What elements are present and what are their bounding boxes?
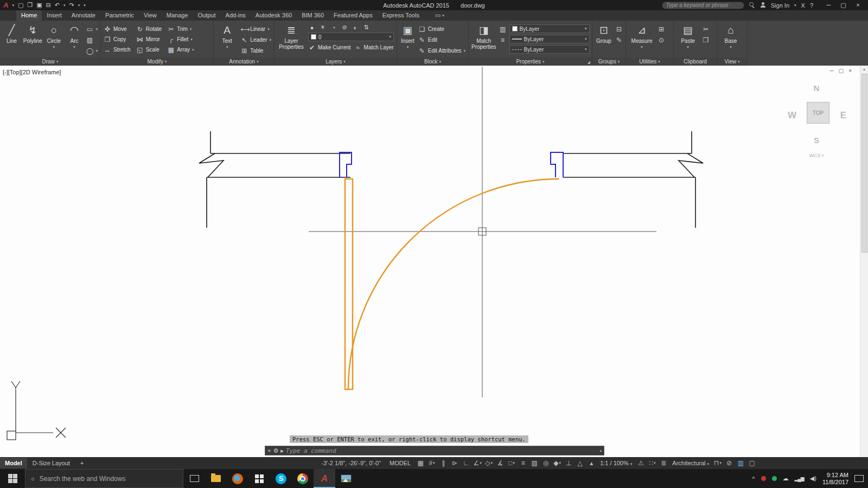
search-icon[interactable] [749,2,755,8]
app-menu-arrow-icon[interactable]: ▾ [12,3,14,8]
lock-ui-toggle[interactable]: ⊓▾ [712,458,723,468]
lineweight-combo[interactable]: ByLayer ▾ [509,35,590,43]
leader-button[interactable]: ↖Leader▾ [240,35,271,44]
id-point-button[interactable]: ⊙ [658,35,665,44]
properties-dialog-launcher-icon[interactable]: ◢ [588,60,590,65]
drawing-canvas[interactable]: [-][Top][2D Wireframe] ─ ▢ × N W E S TOP… [0,66,868,457]
tab-parametric[interactable]: Parametric [100,10,139,21]
linetype-combo[interactable]: ByLayer ▾ [509,45,590,54]
fillet-button[interactable]: ╭Fillet▾ [167,35,194,44]
ellipse-button[interactable]: ◯▾ [86,46,98,55]
stretch-button[interactable]: ↔Stretch [104,45,131,54]
group-button[interactable]: ⊡ Group [595,22,612,44]
panel-label-properties[interactable]: Properties▾◢ [469,57,592,66]
match-layer-button[interactable]: ≈Match Layer [354,43,394,52]
scale-button[interactable]: ◱Scale [136,45,162,54]
arc-flyout-icon[interactable]: ▾ [73,44,75,50]
autocad-taskbar-button[interactable]: A [314,469,335,488]
array-button[interactable]: ▦Array▾ [167,45,194,54]
create-block-button[interactable]: ❏Create [418,24,465,34]
photos-button[interactable] [335,469,357,488]
trim-button[interactable]: ✂Trim▾ [167,24,194,34]
model-space-toggle[interactable]: MODEL [386,458,414,468]
insert-block-button[interactable]: ▣ Insert ▾ [400,22,416,50]
ungroup-button[interactable]: ⊟ [615,24,623,34]
undo-icon[interactable]: ↶ [55,2,60,9]
make-current-button[interactable]: ✔Make Current [308,43,351,52]
edit-attributes-button[interactable]: ✎Edit Attributes▾ [418,46,465,55]
scrollbar-thumb[interactable] [861,74,867,253]
firefox-button[interactable] [227,469,248,488]
door-panel[interactable] [345,179,353,389]
recent-commands-icon[interactable]: ▸ [280,447,284,454]
save-icon[interactable]: ▣ [36,2,42,9]
skype-button[interactable]: S [270,469,292,488]
restore-button[interactable]: ▢ [836,2,851,9]
graphics-performance-toggle[interactable]: ▥ [735,458,746,468]
tab-autodesk360[interactable]: Autodesk 360 [251,10,297,21]
door-swing-arc[interactable] [348,179,559,389]
panel-label-draw[interactable]: Draw▾ [0,57,100,66]
polyline-button[interactable]: ↯ Polyline [23,22,42,44]
right-door-jamb[interactable] [551,152,563,177]
properties-monitor-button[interactable]: ▥ [499,24,507,34]
command-input[interactable] [286,447,598,454]
annotation-visibility-toggle[interactable]: △ [575,458,585,468]
volume-icon[interactable]: ◀) [810,475,816,482]
command-line[interactable]: × ⚙ ▸ ▴ [265,446,604,455]
viewcube-south[interactable]: S [814,136,819,145]
taskbar-search-input[interactable] [40,475,177,483]
quick-calc-button[interactable]: ⊞ [658,24,665,34]
autocad-logo-icon[interactable]: A [3,1,8,9]
dynamic-ucs-toggle[interactable]: ⊥ [563,458,574,468]
tab-annotate[interactable]: Annotate [67,10,100,21]
signin-arrow-icon[interactable]: ▾ [794,3,796,8]
model-tab[interactable]: Model [0,458,27,468]
drawing-restore-button[interactable]: ▢ [839,68,844,74]
layer-unisolate-icon[interactable]: ◐ [352,24,359,31]
command-history-icon[interactable]: ▴ [599,448,602,453]
store-button[interactable] [248,469,270,488]
panel-label-block[interactable]: Block▾ [397,57,468,66]
redo-icon[interactable]: ↷ [69,2,74,9]
hatch-button[interactable]: ▨ [86,35,98,44]
taskbar-search[interactable]: ○ [25,469,183,488]
match-properties-button[interactable]: ◨ Match Properties [471,22,496,50]
viewcube-east[interactable]: E [840,110,846,121]
panel-label-clipboard[interactable]: Clipboard [674,57,717,66]
cut-button[interactable]: ✂ [702,24,710,34]
infer-constraints-toggle[interactable]: ∥ [438,458,449,468]
help-icon[interactable]: ? [810,2,813,9]
action-center-icon[interactable] [854,475,864,482]
new-file-icon[interactable]: ▢ [18,2,23,9]
panel-label-annotation[interactable]: Annotation▾ [214,57,274,66]
plot-icon[interactable]: ⊟ [46,2,51,9]
polar-tracking-toggle[interactable]: ∠▾ [472,458,483,468]
3d-object-snap-toggle[interactable]: ◆▾ [552,458,563,468]
chrome-button[interactable] [292,469,314,488]
circle-flyout-icon[interactable]: ▾ [53,44,55,50]
edit-block-button[interactable]: ✎Edit [418,35,465,44]
tab-bim360[interactable]: BIM 360 [297,10,329,21]
object-snap-tracking-toggle[interactable]: ∡ [495,458,506,468]
taskbar-clock[interactable]: 9:12 AM 11/8/2017 [822,472,848,486]
dynamic-input-toggle[interactable]: ⊳ [449,458,460,468]
selection-cycling-toggle[interactable]: ◎ [540,458,551,468]
open-file-icon[interactable]: ❒ [27,2,33,9]
circle-button[interactable]: ○ Circle ▾ [45,22,63,50]
panel-label-utilities[interactable]: Utilities▾ [626,57,673,66]
start-button[interactable] [0,469,25,488]
viewcube-west[interactable]: W [788,110,796,121]
tab-insert[interactable]: Insert [42,10,67,21]
tab-manage[interactable]: Manage [162,10,193,21]
left-door-jamb[interactable] [340,152,352,177]
layer-state-icon[interactable]: ⇅ [362,24,370,31]
clean-screen-toggle[interactable]: ▢ [746,458,757,468]
line-button[interactable]: ╱ Line [3,22,21,44]
new-layout-button[interactable]: + [75,458,88,468]
panel-label-modify[interactable]: Modify▾ [101,57,213,66]
text-button[interactable]: A Text ▾ [216,22,238,50]
layer-select-combo[interactable]: 0 ▾ [308,33,394,41]
linear-dimension-button[interactable]: ⟷Linear▾ [240,24,271,34]
isolate-objects-toggle[interactable]: ⊘ [724,458,735,468]
